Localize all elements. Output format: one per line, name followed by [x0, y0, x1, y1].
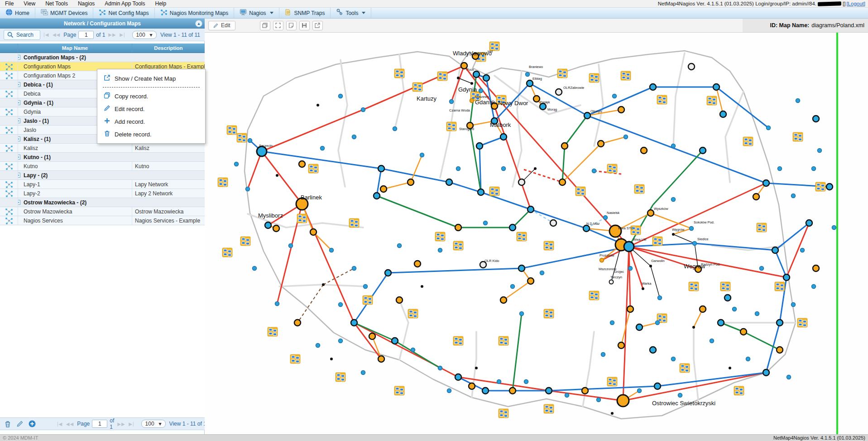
network-node[interactable] [438, 366, 442, 370]
network-node[interactable] [806, 220, 812, 226]
network-node[interactable] [385, 270, 391, 276]
network-node[interactable] [740, 329, 747, 335]
menu-view[interactable]: View [19, 0, 40, 8]
workgroup-icon[interactable] [408, 309, 418, 318]
network-node[interactable] [378, 356, 384, 362]
network-node[interactable] [618, 107, 624, 113]
network-node[interactable] [518, 265, 525, 271]
network-node[interactable] [339, 303, 343, 307]
page-size-select[interactable]: 100▾ [141, 420, 166, 428]
network-node[interactable] [289, 244, 293, 248]
menu-net-tools[interactable]: Net Tools [40, 0, 73, 8]
context-menu-show-create-net-map[interactable]: Show / Create Net Map [97, 72, 205, 85]
network-node[interactable] [818, 149, 822, 153]
network-node[interactable] [624, 242, 634, 252]
pager-next-last[interactable]: ▶▶ ▶| [108, 32, 125, 37]
workgroup-icon[interactable] [621, 71, 631, 80]
pager-first-prev[interactable]: |◀ ◀◀ [43, 32, 60, 37]
network-node[interactable] [642, 287, 644, 290]
network-node[interactable] [671, 144, 676, 148]
logout-link[interactable]: [Logout] [846, 1, 865, 6]
workgroup-icon[interactable] [237, 133, 247, 142]
network-node[interactable] [561, 143, 568, 149]
network-node[interactable] [649, 265, 652, 267]
network-node[interactable] [478, 189, 484, 195]
network-node[interactable] [457, 77, 460, 79]
network-node[interactable] [447, 389, 451, 393]
pager-next-last[interactable]: ▶▶ ▶| [117, 422, 134, 426]
grid-header-map-name[interactable]: Map Name [18, 44, 132, 53]
network-node[interactable] [550, 220, 556, 226]
workgroup-icon[interactable] [446, 122, 456, 131]
workgroup-icon[interactable] [815, 182, 825, 191]
network-node[interactable] [518, 179, 525, 185]
network-node[interactable] [526, 73, 530, 77]
expand-icon[interactable]: + [18, 173, 20, 178]
network-node[interactable] [720, 111, 726, 117]
expand-icon[interactable]: + [18, 155, 20, 160]
network-node[interactable] [380, 186, 387, 192]
network-node[interactable] [475, 367, 478, 369]
expand-icon[interactable]: + [18, 200, 20, 205]
network-node[interactable] [420, 153, 424, 157]
network-link[interactable] [786, 223, 809, 277]
add-record-icon[interactable] [29, 420, 36, 427]
network-node[interactable] [636, 324, 643, 330]
network-node[interactable] [610, 321, 614, 325]
group-row[interactable]: +Lapy - (2) [0, 171, 205, 180]
fullscreen-button[interactable] [273, 21, 283, 30]
network-node[interactable] [678, 393, 682, 397]
network-node[interactable] [294, 320, 301, 326]
toolbar-nagios[interactable]: Nagios [234, 8, 279, 18]
network-node[interactable] [257, 146, 267, 156]
network-node[interactable] [540, 103, 546, 110]
network-node[interactable] [556, 89, 562, 95]
network-node[interactable] [760, 267, 764, 271]
network-node[interactable] [783, 274, 790, 281]
network-node[interactable] [317, 104, 319, 107]
network-node[interactable] [688, 63, 695, 70]
menu-help[interactable]: Help [150, 0, 171, 8]
network-node[interactable] [276, 174, 278, 177]
workgroup-icon[interactable] [680, 363, 690, 373]
network-node[interactable] [509, 224, 516, 231]
network-node[interactable] [248, 139, 252, 143]
menu-nagios[interactable]: Nagios [73, 0, 100, 8]
network-node[interactable] [421, 285, 423, 288]
context-menu-edit-record[interactable]: Edit record. [97, 102, 205, 115]
network-node[interactable] [565, 393, 569, 397]
pager-first-prev[interactable]: |◀ ◀◀ [57, 422, 74, 426]
network-node[interactable] [392, 338, 398, 344]
context-menu-copy-record[interactable]: Copy record. [97, 90, 205, 102]
page-size-select[interactable]: 100▾ [132, 31, 157, 39]
context-menu-add-record[interactable]: Add record. [97, 115, 205, 128]
workgroup-icon[interactable] [589, 73, 599, 82]
network-node[interactable] [455, 224, 461, 231]
workgroup-icon[interactable] [557, 69, 567, 78]
network-node[interactable] [693, 242, 697, 246]
network-node[interactable] [650, 347, 656, 353]
workgroup-icon[interactable] [689, 282, 699, 291]
network-node[interactable] [398, 244, 402, 248]
network-node[interactable] [767, 126, 771, 130]
network-node[interactable] [265, 222, 271, 228]
workgroup-icon[interactable] [775, 282, 785, 291]
table-row[interactable]: Lapy-1Lapy Network [0, 180, 205, 189]
network-node[interactable] [656, 321, 660, 325]
network-node[interactable] [559, 179, 566, 185]
workgroup-icon[interactable] [720, 282, 730, 291]
network-node[interactable] [700, 306, 706, 312]
network-node[interactable] [524, 380, 528, 384]
workgroup-icon[interactable] [349, 218, 359, 228]
network-node[interactable] [497, 380, 501, 384]
open-external-button[interactable] [312, 21, 323, 30]
network-node[interactable] [611, 412, 614, 415]
network-node[interactable] [369, 333, 375, 339]
network-node[interactable] [374, 193, 380, 199]
page-number-input[interactable] [92, 420, 107, 428]
network-node[interactable] [601, 353, 605, 357]
network-node[interactable] [746, 357, 750, 361]
network-node[interactable] [777, 320, 783, 326]
network-node[interactable] [690, 227, 694, 231]
network-node[interactable] [763, 369, 769, 376]
